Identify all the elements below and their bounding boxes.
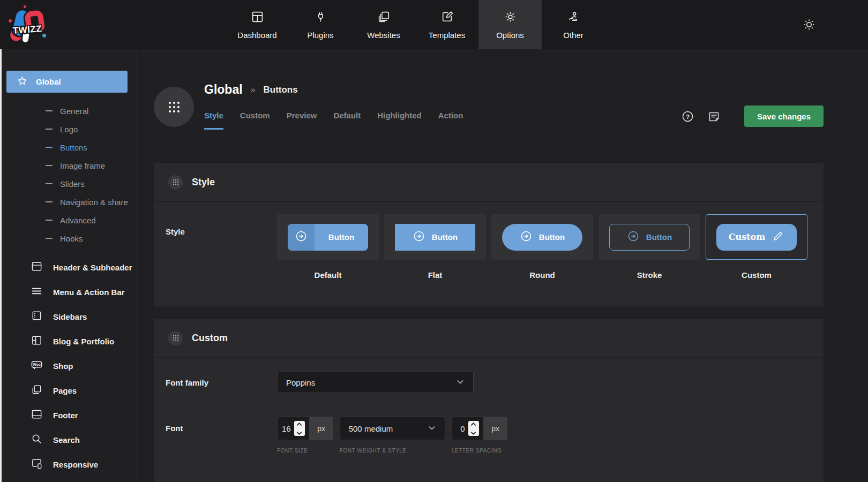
sidebar-subitem-image-frame[interactable]: Image frame [0,156,137,175]
sidebar-item-search[interactable]: Search [0,427,137,452]
sidebar-item-footer[interactable]: Footer [0,403,137,427]
sidebar-subitem-logo[interactable]: Logo [0,120,137,138]
app-logo[interactable]: TWIZZ [8,5,47,45]
breadcrumb-current: Buttons [263,85,297,95]
sidebar-item-global[interactable]: Global [6,71,128,93]
font-family-select[interactable]: Poppins [277,372,474,393]
letter-spacing-caption: LETTER SPACING [452,448,507,454]
top-bar: TWIZZ Dashboard Plugins Websites Templat… [0,0,868,49]
tab-preview[interactable]: Preview [287,111,317,130]
sidebar-subitem-label: Logo [60,125,78,134]
plugins-icon [314,10,327,26]
letter-spacing-input[interactable]: 0 [452,417,484,440]
nav-label: Templates [429,31,465,40]
button-preview-flat: Button [395,224,475,251]
logo-dot [24,5,26,8]
font-size-group: 16 px [277,417,333,440]
brightness-toggle[interactable] [802,17,817,32]
tab-action[interactable]: Action [438,111,463,130]
sidebar-item-label: Blog & Portfolio [53,337,114,346]
nav-item-templates[interactable]: Templates [415,0,478,49]
nav-item-websites[interactable]: Websites [352,0,415,49]
sidebar-item-pages[interactable]: Pages [0,378,137,403]
avatar[interactable] [154,87,194,127]
font-size-input[interactable]: 16 [277,417,310,440]
sidebar-subitem-navigation-share[interactable]: Navigation & share [0,193,137,211]
dash-icon [46,183,53,184]
font-size-stepper[interactable] [294,421,305,436]
left-edge-strip [0,49,2,482]
tab-style[interactable]: Style [204,111,223,130]
style-option-stroke[interactable]: Button [598,214,700,260]
nav-item-plugins[interactable]: Plugins [289,0,352,49]
nav-item-other[interactable]: Other [542,0,605,49]
nav-label: Options [496,31,524,40]
nav-label: Other [563,31,583,40]
chevron-down-icon [470,428,476,438]
tab-highlighted[interactable]: Highlighted [377,111,422,130]
drag-handle-icon[interactable] [168,175,183,190]
sidebar-subitem-label: General [60,107,88,116]
sidebar-subitem-general[interactable]: General [0,102,137,120]
search-icon [31,433,43,447]
tab-custom[interactable]: Custom [240,111,270,130]
style-option-flat[interactable]: Button [384,214,486,260]
button-preview-text: Button [315,232,368,242]
nav-label: Plugins [307,31,333,40]
sidebar-item-header-subheader[interactable]: Header & Subheader [0,255,137,280]
sidebar-subitem-label: Buttons [60,143,87,152]
font-weight-caption: FONT WEIGHT & STYLE [340,448,445,454]
style-section: Style Style Button Default [154,163,824,306]
arrow-circle-icon [295,230,308,244]
save-button[interactable]: Save changes [744,106,824,127]
letter-spacing-stepper[interactable] [468,421,479,436]
tab-default[interactable]: Default [333,111,361,130]
arrow-circle-icon [413,230,425,244]
sidebar-item-sidebars[interactable]: Sidebars [0,304,137,329]
style-option-round[interactable]: Button [491,214,593,260]
font-weight-select[interactable]: 500 medium [340,417,445,440]
nav-item-options[interactable]: Options [478,0,542,49]
sidebar-subitem-buttons[interactable]: Buttons [0,138,137,156]
style-option-custom[interactable]: Custom [706,214,807,260]
changelog-button[interactable] [707,110,721,123]
sidebar-item-responsive[interactable]: Responsive [0,452,137,477]
logo-text: TWIZZ [12,24,42,36]
button-preview-stroke: Button [609,224,690,251]
sidebar-subitem-label: Advanced [60,216,96,225]
breadcrumb-parent[interactable]: Global [204,82,243,97]
dash-icon [46,110,53,111]
section-title: Custom [192,333,228,344]
nav-item-dashboard[interactable]: Dashboard [226,0,289,49]
responsive-icon [31,457,43,471]
field-label: Style [166,214,277,280]
hamburger-icon [31,285,43,299]
grid-layout-icon [31,334,43,348]
sidebar-subitem-label: Image frame [60,161,105,170]
sidebar-subitem-advanced[interactable]: Advanced [0,211,137,229]
font-size-value[interactable]: 16 [282,424,291,433]
button-preview-text: Button [539,232,565,242]
breadcrumb-separator: » [251,85,256,95]
pages-icon [31,383,43,397]
tab-bar: Style Custom Preview Default Highlighted… [204,111,463,130]
button-preview-text: Custom [729,232,765,242]
letter-spacing-group: 0 px [452,417,507,440]
dash-icon [46,147,53,148]
section-title: Style [192,177,215,188]
button-preview-text: Button [646,232,672,242]
style-option-default[interactable]: Button [277,214,379,260]
sidebar-item-label: Menu & Action Bar [53,288,125,297]
sidebar-subitem-hooks[interactable]: Hooks [0,229,137,247]
sidebar-subitem-label: Navigation & share [60,198,128,207]
drag-handle-icon[interactable] [168,331,183,345]
sidebar-item-shop[interactable]: Woo Shop [0,353,137,378]
sidebar-subitem-sliders[interactable]: Sliders [0,175,137,193]
logo-dot [42,34,46,37]
nav-label: Websites [367,31,400,40]
sidebar-item-blog-portfolio[interactable]: Blog & Portfolio [0,329,137,353]
letter-spacing-value[interactable]: 0 [457,424,465,433]
sidebar-item-label: Responsive [53,460,98,469]
help-button[interactable]: ? [681,110,694,123]
sidebar-item-menu-action-bar[interactable]: Menu & Action Bar [0,280,137,304]
